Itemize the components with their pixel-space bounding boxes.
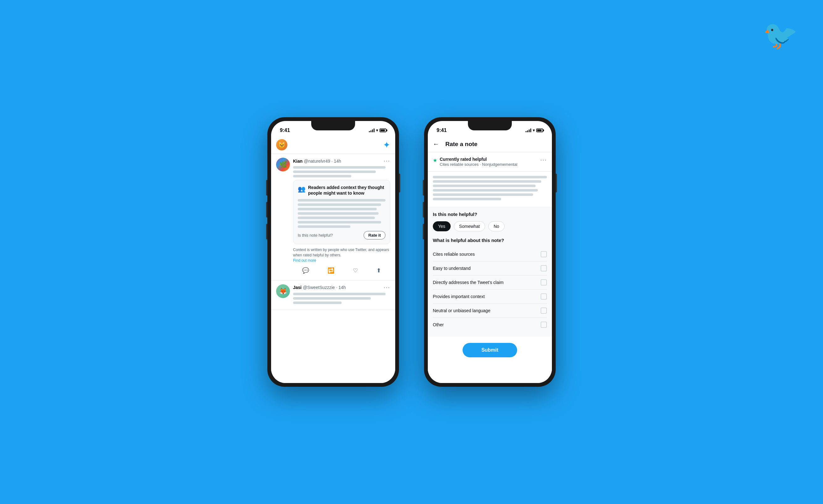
checkbox-label: Neutral or unbiased language (433, 308, 490, 313)
tweet-2-author: Jasi @SweetSuzzzie · 14h (293, 285, 346, 290)
text-line (298, 203, 381, 206)
helpful-row: Is this note helpful? Rate it (298, 231, 385, 239)
power-button-2 (556, 174, 557, 192)
signal-icon-2 (526, 129, 531, 132)
text-line (293, 166, 385, 169)
checkbox-label: Cites reliable sources (433, 252, 475, 257)
rate-note-header: ← Rate a note (428, 136, 552, 152)
signal-icon (369, 129, 374, 132)
text-line (293, 175, 351, 177)
wifi-icon: ▾ (376, 128, 378, 133)
back-button[interactable]: ← (433, 140, 439, 148)
submit-button[interactable]: Submit (463, 343, 517, 357)
text-line (433, 176, 547, 178)
feed-header: 🐱 ✦ (271, 136, 395, 154)
like-icon[interactable]: ♡ (353, 267, 358, 274)
volume-up-button (266, 202, 267, 217)
battery-icon (379, 129, 386, 132)
status-icons-1: ▾ (369, 128, 386, 133)
text-line (433, 193, 533, 196)
retweet-icon[interactable]: 🔁 (328, 267, 334, 274)
text-line (433, 198, 501, 200)
sparkle-icon[interactable]: ✦ (383, 140, 390, 150)
tweet-1-author: Kian @naturelvr49 · 14h (293, 159, 341, 164)
helpful-question: Is this note helpful? (433, 211, 547, 217)
phone-2: 9:41 ▾ ← R (424, 117, 556, 387)
tweet-2-more[interactable]: ··· (383, 284, 390, 291)
phone-1: 9:41 ▾ 🐱 (267, 117, 399, 387)
text-line (433, 180, 541, 183)
checkbox-input[interactable] (541, 251, 547, 257)
helpful-options: Yes Somewhat No (433, 221, 547, 231)
text-line (433, 185, 536, 187)
checkbox-neutral-language: Neutral or unbiased language (433, 304, 547, 318)
twitter-logo: 🐦 (763, 19, 798, 52)
power-button (399, 174, 400, 192)
checkbox-input[interactable] (541, 322, 547, 328)
rate-note-content: ← Rate a note ★ Currently rated helpful … (428, 136, 552, 383)
tweet-2: 🦊 Jasi @SweetSuzzzie · 14h ··· (271, 281, 395, 310)
tweet-1-more[interactable]: ··· (383, 158, 390, 164)
context-card-header: 👥 Readers added context they thought peo… (298, 185, 385, 196)
silent-button (266, 224, 267, 239)
text-line (298, 216, 375, 219)
context-note: Context is written by people who use Twi… (293, 247, 390, 263)
submit-section: Submit (428, 337, 552, 364)
text-line (298, 225, 350, 228)
checkbox-label: Other (433, 322, 444, 327)
rated-helpful-bar: ★ Currently rated helpful Cites reliable… (428, 152, 552, 171)
checkbox-other: Other (433, 318, 547, 332)
wifi-icon-2: ▾ (533, 128, 535, 133)
context-card: 👥 Readers added context they thought peo… (293, 180, 390, 244)
context-card-title: Readers added context they thought peopl… (308, 185, 385, 196)
rated-helpful-text: Currently rated helpful Cites reliable s… (440, 157, 517, 167)
rated-helpful-more[interactable]: ··· (540, 157, 547, 163)
avatar-decoration: 🌿 (276, 158, 290, 171)
checkboxes-list: Cites reliable sources Easy to understan… (433, 247, 547, 332)
helpful-text: Is this note helpful? (298, 233, 333, 237)
tweet-2-body: Jasi @SweetSuzzzie · 14h ··· (293, 284, 390, 306)
checkbox-input[interactable] (541, 279, 547, 286)
checkbox-important-context: Provides important context (433, 290, 547, 304)
checkbox-easy-understand: Easy to understand (433, 262, 547, 276)
feed-avatar: 🐱 (276, 139, 287, 150)
tweet-2-avatar: 🦊 (276, 284, 290, 298)
checkbox-cites-sources: Cites reliable sources (433, 247, 547, 262)
yes-option[interactable]: Yes (433, 221, 451, 231)
notch-2 (468, 121, 512, 130)
silent-button-2 (423, 224, 424, 239)
text-line (298, 212, 378, 215)
status-icons-2: ▾ (526, 128, 543, 133)
status-time-1: 9:41 (280, 128, 290, 133)
find-out-more-link[interactable]: Find out more (293, 258, 316, 263)
phone-1-screen: 9:41 ▾ 🐱 (271, 121, 395, 383)
somewhat-option[interactable]: Somewhat (454, 221, 485, 231)
no-option[interactable]: No (488, 221, 505, 231)
readers-icon: 👥 (298, 185, 306, 193)
checkbox-addresses-claim: Directly addresses the Tweet's claim (433, 276, 547, 290)
share-icon[interactable]: ⬆ (376, 267, 381, 274)
green-star-icon: ★ (433, 157, 437, 163)
helpful-section: Is this note helpful? Yes Somewhat No Wh… (428, 206, 552, 337)
checkbox-label: Directly addresses the Tweet's claim (433, 280, 504, 285)
text-line (298, 199, 385, 201)
tweet-1: 🌿 Kian @naturelvr49 · 14h ··· (271, 154, 395, 281)
checkbox-label: Easy to understand (433, 266, 471, 271)
tweet-1-avatar: 🌿 (276, 158, 290, 171)
text-line (293, 293, 385, 295)
checkbox-input[interactable] (541, 308, 547, 314)
checkbox-input[interactable] (541, 265, 547, 272)
tweet-1-body: Kian @naturelvr49 · 14h ··· 👥 (293, 158, 390, 277)
reply-icon[interactable]: 💬 (302, 267, 309, 274)
avatar-2-img: 🦊 (276, 284, 290, 298)
tweet-1-header: Kian @naturelvr49 · 14h ··· (293, 158, 390, 164)
what-helpful-question: What is helpful about this note? (433, 237, 547, 243)
checkbox-label: Provides important context (433, 294, 485, 299)
rate-it-button[interactable]: Rate it (363, 231, 385, 239)
volume-down-button (266, 180, 267, 196)
text-line (433, 189, 538, 191)
battery-icon-2 (536, 129, 543, 132)
checkbox-input[interactable] (541, 293, 547, 300)
text-line (298, 208, 377, 210)
tweet-actions: 💬 🔁 ♡ ⬆ (293, 265, 390, 277)
